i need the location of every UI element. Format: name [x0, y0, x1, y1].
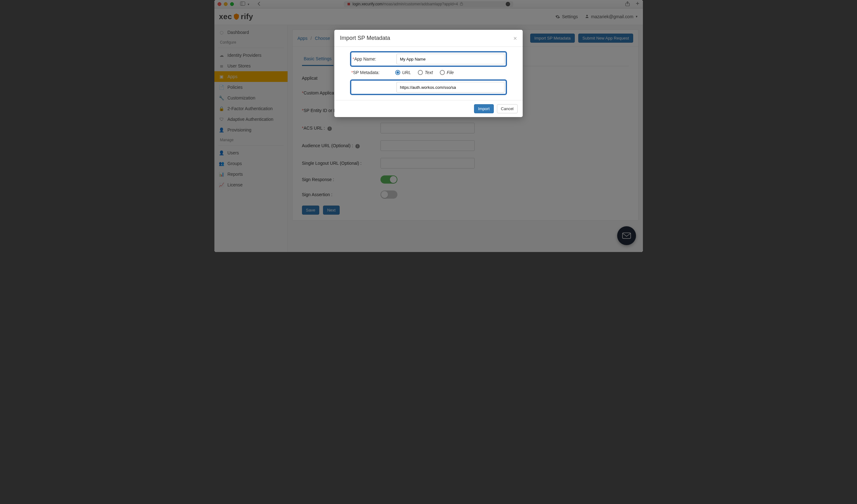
- modal-title: Import SP Metadata: [340, 35, 390, 41]
- modal-import-button[interactable]: Import: [474, 104, 494, 113]
- radio-label: Text: [425, 70, 433, 75]
- app-name-label: App Name:: [354, 56, 376, 62]
- radio-url[interactable]: URL: [395, 70, 411, 75]
- radio-text[interactable]: Text: [418, 70, 433, 75]
- radio-icon: [395, 70, 400, 75]
- radio-icon: [440, 70, 445, 75]
- import-sp-metadata-modal: Import SP Metadata × *App Name: *SP Meta…: [334, 30, 523, 117]
- app-name-input[interactable]: [397, 54, 504, 64]
- radio-file[interactable]: File: [440, 70, 454, 75]
- radio-icon: [418, 70, 423, 75]
- radio-label: File: [447, 70, 454, 75]
- modal-cancel-button[interactable]: Cancel: [497, 104, 518, 113]
- radio-label: URL: [402, 70, 411, 75]
- modal-close-button[interactable]: ×: [513, 35, 517, 41]
- sp-metadata-url-input[interactable]: [397, 82, 504, 93]
- sp-metadata-label: SP Metadata:: [353, 70, 380, 75]
